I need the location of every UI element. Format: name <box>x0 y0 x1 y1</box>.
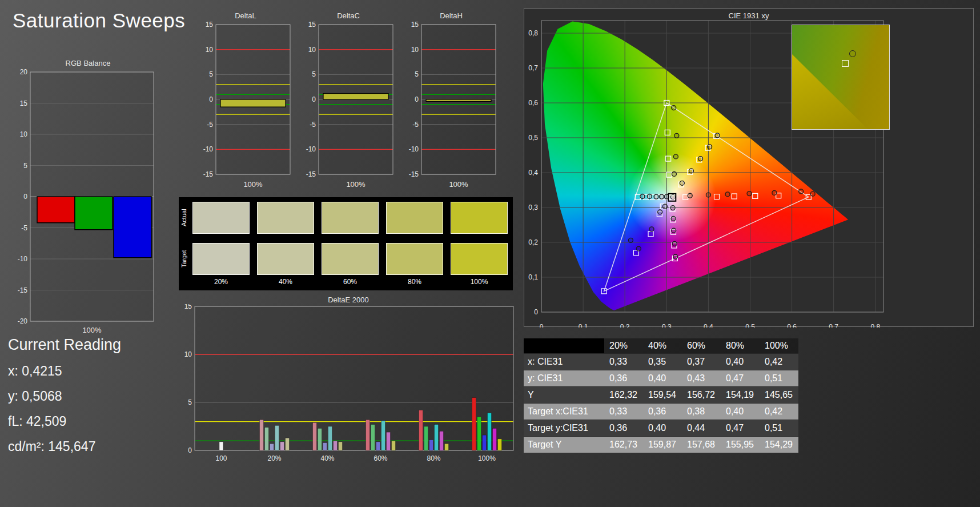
svg-text:80%: 80% <box>427 454 440 462</box>
measured-point <box>725 192 730 197</box>
table-cell: 154,29 <box>760 440 798 450</box>
table-cell: 145,65 <box>760 390 798 400</box>
measured-point <box>662 204 667 209</box>
rgb-bar-green <box>75 197 113 230</box>
table-cell: 162,32 <box>604 390 643 400</box>
measured-point <box>672 106 676 110</box>
svg-text:0,7: 0,7 <box>829 323 838 328</box>
target-square <box>648 231 653 237</box>
measured-point <box>772 190 777 195</box>
svg-text:15: 15 <box>411 21 419 29</box>
svg-text:0,2: 0,2 <box>620 323 630 328</box>
svg-text:100%: 100% <box>449 180 468 189</box>
swatch-actual-40% <box>257 202 314 234</box>
measured-point <box>671 217 676 221</box>
measured-point <box>670 206 675 210</box>
cie-1931-chart: 000,10,10,20,20,30,30,40,40,50,50,60,60,… <box>524 9 974 328</box>
svg-text:10: 10 <box>20 130 28 138</box>
table-cell: 0,40 <box>721 406 760 417</box>
table-row: Y162,32159,54156,72154,19145,65 <box>524 386 798 403</box>
table-cell: 0,36 <box>604 423 643 433</box>
swatch-target-40% <box>257 243 314 275</box>
target-square <box>666 172 672 177</box>
reading-y: y: 0,5068 <box>8 389 121 404</box>
deltae-bar <box>387 432 391 450</box>
table-cell: 0,35 <box>643 357 682 367</box>
table-cell: 0,40 <box>721 357 760 367</box>
table-cell: 0,42 <box>760 357 798 367</box>
cie-inset-zoom <box>792 25 890 130</box>
deltae-bar <box>419 410 423 450</box>
deltae-bar <box>440 431 444 450</box>
svg-text:10: 10 <box>206 46 214 54</box>
svg-text:0,8: 0,8 <box>528 29 538 37</box>
table-cell: 156,72 <box>682 390 721 400</box>
measured-point <box>680 181 684 185</box>
svg-text:-5: -5 <box>310 121 316 129</box>
table-cell: 0,42 <box>760 406 798 417</box>
cie-1931-panel: 000,10,10,20,20,30,30,40,40,50,50,60,60,… <box>524 8 974 327</box>
table-cell: 0,40 <box>643 373 682 384</box>
table-cell: 159,54 <box>643 390 682 400</box>
deltae-bar <box>366 420 370 450</box>
deltae-bar <box>323 443 327 450</box>
svg-text:0,4: 0,4 <box>528 169 538 177</box>
svg-text:20: 20 <box>20 68 28 76</box>
measured-point <box>708 145 712 149</box>
svg-text:-10: -10 <box>18 255 28 263</box>
svg-text:40%: 40% <box>320 454 334 462</box>
svg-text:0,1: 0,1 <box>579 323 588 328</box>
table-cell: 0,47 <box>721 373 760 384</box>
table-cell: 0,36 <box>604 373 643 384</box>
table-cell: 0,33 <box>604 357 643 367</box>
swatch-target-100% <box>451 243 508 275</box>
table-row-label: x: CIE31 <box>524 357 604 367</box>
svg-text:0,3: 0,3 <box>662 323 672 328</box>
deltae-bar <box>488 413 492 450</box>
svg-text:100%: 100% <box>82 326 102 334</box>
deltae-bar <box>493 428 497 450</box>
swatch-target-20% <box>192 243 250 275</box>
table-row-label: Target y:CIE31 <box>524 423 604 433</box>
svg-text:-5: -5 <box>207 121 213 129</box>
svg-text:-5: -5 <box>21 224 27 232</box>
svg-text:100: 100 <box>215 454 227 462</box>
current-reading-block: Current Reading x: 0,4215 y: 0,5068 fL: … <box>8 336 121 454</box>
deltae-bar <box>483 435 487 450</box>
deltae-bar <box>219 442 223 450</box>
table-cell: 0,38 <box>682 406 721 417</box>
svg-text:10: 10 <box>308 46 316 54</box>
table-cell: 0,51 <box>760 423 798 433</box>
current-reading-heading: Current Reading <box>8 336 121 354</box>
deltae-bar <box>280 442 284 450</box>
svg-text:0: 0 <box>209 95 213 103</box>
delta-l-title: DeltaL <box>197 11 294 20</box>
svg-text:0,5: 0,5 <box>745 323 755 328</box>
delta-l-panel: DeltaL 151050-5-10-15100% <box>197 11 294 191</box>
table-cell: 0,33 <box>604 406 643 417</box>
delta-c-title: DeltaC <box>300 11 397 20</box>
delta_l-bar <box>220 99 286 107</box>
measured-point <box>660 194 664 199</box>
table-row-label: Target x:CIE31 <box>524 406 604 417</box>
delta-c-panel: DeltaC 151050-5-10-15100% <box>300 11 397 191</box>
deltae-bar <box>318 428 322 450</box>
measured-point <box>674 133 679 138</box>
deltae-bar <box>286 438 290 450</box>
svg-text:0,7: 0,7 <box>528 64 538 72</box>
table-column-header: 100% <box>760 341 798 351</box>
deltae-bar <box>445 444 449 450</box>
svg-text:60%: 60% <box>373 454 387 462</box>
table-row-label: Y <box>524 390 604 400</box>
svg-text:-15: -15 <box>409 170 419 178</box>
deltae-bar <box>498 439 502 450</box>
deltae-bar <box>435 425 439 450</box>
deltae-bar <box>371 425 375 450</box>
svg-text:0: 0 <box>540 323 544 328</box>
table-cell: 0,36 <box>643 406 682 417</box>
svg-text:15: 15 <box>20 99 28 107</box>
delta_c-bar <box>323 94 388 99</box>
table-cell: 0,44 <box>682 423 721 433</box>
svg-text:0: 0 <box>534 308 538 316</box>
table-column-header: 40% <box>643 341 682 351</box>
